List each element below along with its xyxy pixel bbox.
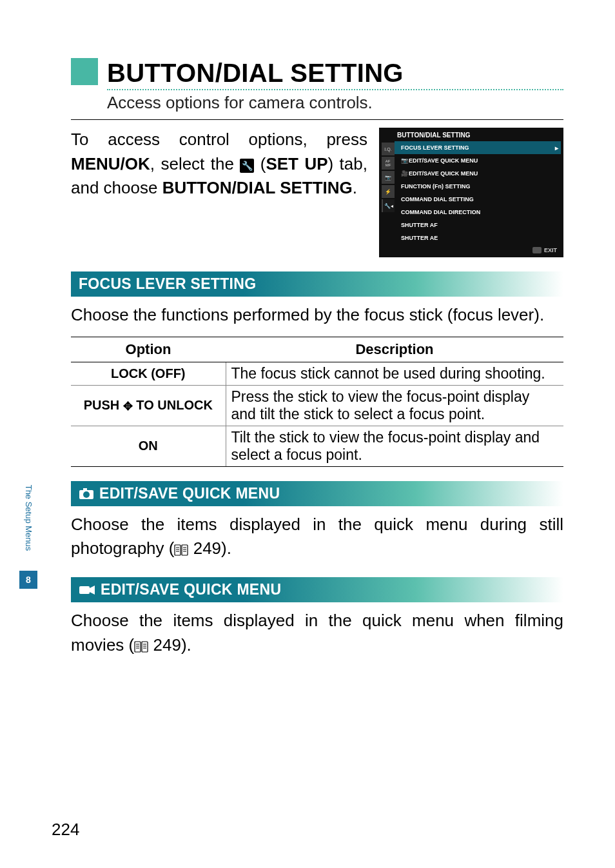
menu-item-label: SHUTTER AE [401, 235, 438, 241]
text: ). [181, 635, 191, 655]
focus-lever-table: Option Description LOCK (OFF) The focus … [71, 337, 563, 467]
page-ref: 249 [153, 635, 181, 655]
back-button-icon [532, 247, 542, 253]
menu-screenshot: BUTTON/DIAL SETTING I.Q. AFMF 📷 ⚡ 🔧◂ FOC… [379, 128, 563, 257]
page-ref-icon [134, 635, 148, 660]
section-title: EDIT/SAVE QUICK MENU [99, 485, 280, 502]
table-row: LOCK (OFF) The focus stick cannot be use… [71, 362, 563, 385]
chapter-badge: 8 [19, 571, 37, 589]
option-desc: Tilt the stick to view the focus-point d… [226, 426, 563, 466]
menu-item: FOCUS LEVER SETTING ▸ [395, 141, 561, 154]
table-row: PUSH ✥ TO UNLOCK Press the stick to view… [71, 385, 563, 426]
movie-icon [79, 584, 95, 596]
menu-item: FUNCTION (Fn) SETTING [395, 180, 561, 193]
intro-part1: To access control options, press [71, 130, 367, 149]
menu-tab-iq: I.Q. [382, 143, 395, 155]
option-desc: Press the stick to view the focus-point … [226, 385, 563, 426]
heading-dotted-rule [107, 89, 563, 90]
option-name: ON [71, 426, 226, 466]
menu-item: 🎥EDIT/SAVE QUICK MENU [395, 167, 561, 180]
menu-item-arrow-icon: ▸ [555, 144, 558, 152]
table-head-option: Option [71, 337, 226, 362]
menu-tab-setup: 🔧◂ [382, 199, 395, 212]
page-ref-icon [174, 538, 188, 563]
section-body: Choose the items displayed in the quick … [71, 609, 563, 659]
wrench-icon: 🔧 [384, 203, 391, 209]
menu-tabs: I.Q. AFMF 📷 ⚡ 🔧◂ [382, 141, 395, 244]
menu-item-label: FUNCTION (Fn) SETTING [401, 183, 471, 190]
menu-footer: EXIT [382, 244, 561, 255]
svg-rect-14 [142, 642, 148, 652]
section-title: EDIT/SAVE QUICK MENU [101, 581, 281, 598]
menu-item-label: COMMAND DIAL SETTING [401, 196, 474, 202]
intro-bds: BUTTON/DIAL SETTING [162, 178, 353, 197]
menu-item: 📷EDIT/SAVE QUICK MENU [395, 154, 561, 167]
menu-title: BUTTON/DIAL SETTING [382, 132, 561, 141]
menu-item-label: EDIT/SAVE QUICK MENU [409, 157, 478, 164]
page-heading-row: BUTTON/DIAL SETTING [71, 58, 563, 88]
intro-part2: , select the [150, 154, 240, 173]
svg-rect-13 [135, 642, 141, 652]
option-name-text: PUSH ✥ TO UNLOCK [84, 398, 213, 412]
menu-item-label: SHUTTER AF [401, 222, 438, 228]
intro-text: To access control options, press MENU/OK… [71, 128, 367, 201]
side-tab-label: The Setup Menus [24, 463, 34, 573]
intro-part4: . [353, 178, 357, 197]
page-subtitle: Access options for camera controls. [107, 93, 563, 113]
movie-icon: 🎥 [401, 170, 407, 177]
menu-tab-shoot: 📷 [382, 171, 395, 184]
svg-marker-12 [90, 586, 95, 595]
intro-row: To access control options, press MENU/OK… [71, 128, 563, 257]
option-name: PUSH ✥ TO UNLOCK [71, 385, 226, 426]
section-banner-focus-lever: FOCUS LEVER SETTING [71, 271, 563, 297]
page-title: BUTTON/DIAL SETTING [107, 59, 404, 88]
menu-body: I.Q. AFMF 📷 ⚡ 🔧◂ FOCUS LEVER SETTING ▸ 📷… [382, 141, 561, 244]
section-body: Choose the items displayed in the quick … [71, 513, 563, 563]
menu-tab-flash: ⚡ [382, 185, 395, 198]
menu-footer-label: EXIT [544, 247, 557, 253]
menu-tab-arrow-icon: ◂ [391, 203, 393, 209]
menu-item-label: COMMAND DIAL DIRECTION [401, 209, 480, 215]
menu-item: COMMAND DIAL SETTING [395, 193, 561, 206]
menu-item: SHUTTER AF [395, 219, 561, 232]
section-title: FOCUS LEVER SETTING [79, 275, 256, 293]
section-banner-edit-movie: EDIT/SAVE QUICK MENU [71, 577, 563, 602]
option-desc: The focus stick cannot be used during sh… [226, 362, 563, 385]
text: ). [221, 538, 231, 558]
section-banner-edit-still: EDIT/SAVE QUICK MENU [71, 481, 563, 506]
svg-rect-11 [79, 586, 90, 594]
svg-point-2 [83, 491, 90, 498]
svg-rect-1 [83, 488, 87, 491]
menu-item-label: EDIT/SAVE QUICK MENU [409, 170, 478, 177]
intro-menuok: MENU/OK [71, 154, 150, 173]
side-tab: The Setup Menus [19, 463, 37, 573]
heading-marker [71, 58, 98, 85]
stick-icon: ✥ [123, 399, 133, 413]
menu-item-label: FOCUS LEVER SETTING [401, 144, 469, 151]
camera-icon: 📷 [401, 157, 407, 164]
page-ref: 249 [193, 538, 221, 558]
table-head-desc: Description [226, 337, 563, 362]
option-name: LOCK (OFF) [71, 362, 226, 385]
section-body: Choose the functions performed by the fo… [71, 303, 563, 328]
menu-tab-af: AFMF [382, 157, 395, 170]
camera-icon [79, 487, 94, 500]
svg-rect-4 [182, 545, 188, 555]
intro-setup: SET UP [266, 154, 327, 173]
wrench-icon: 🔧 [240, 159, 254, 173]
svg-rect-3 [175, 545, 181, 555]
page-number: 224 [52, 820, 79, 840]
menu-item: COMMAND DIAL DIRECTION [395, 206, 561, 219]
menu-items: FOCUS LEVER SETTING ▸ 📷EDIT/SAVE QUICK M… [395, 141, 561, 244]
text: Choose the items displayed in the quick … [71, 515, 563, 558]
table-row: ON Tilt the stick to view the focus-poin… [71, 426, 563, 466]
heading-rule [71, 119, 563, 120]
menu-item: SHUTTER AE [395, 232, 561, 244]
